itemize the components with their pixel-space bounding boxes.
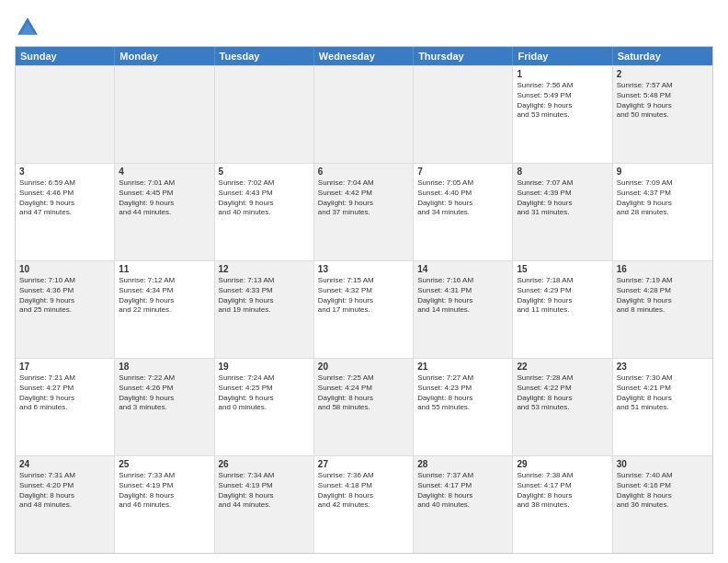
day-info: Sunrise: 7:16 AM Sunset: 4:31 PM Dayligh… xyxy=(417,276,508,316)
day-info: Sunrise: 7:10 AM Sunset: 4:36 PM Dayligh… xyxy=(19,276,110,316)
calendar-cell: 11Sunrise: 7:12 AM Sunset: 4:34 PM Dayli… xyxy=(115,261,214,358)
day-info: Sunrise: 7:34 AM Sunset: 4:19 PM Dayligh… xyxy=(219,471,310,511)
day-number: 21 xyxy=(417,362,508,372)
day-number: 22 xyxy=(517,362,608,372)
calendar-cell: 9Sunrise: 7:09 AM Sunset: 4:37 PM Daylig… xyxy=(613,164,712,260)
day-info: Sunrise: 7:15 AM Sunset: 4:32 PM Dayligh… xyxy=(318,276,409,316)
calendar-cell: 6Sunrise: 7:04 AM Sunset: 4:42 PM Daylig… xyxy=(314,164,414,260)
day-info: Sunrise: 7:07 AM Sunset: 4:39 PM Dayligh… xyxy=(517,178,608,218)
day-info: Sunrise: 7:18 AM Sunset: 4:29 PM Dayligh… xyxy=(517,276,608,316)
day-info: Sunrise: 7:05 AM Sunset: 4:40 PM Dayligh… xyxy=(417,178,508,218)
day-number: 20 xyxy=(318,362,409,372)
day-number: 12 xyxy=(219,264,310,274)
calendar-cell: 21Sunrise: 7:27 AM Sunset: 4:23 PM Dayli… xyxy=(414,359,513,455)
calendar-header: SundayMondayTuesdayWednesdayThursdayFrid… xyxy=(16,47,712,65)
day-number: 28 xyxy=(417,459,508,469)
weekday-header: Tuesday xyxy=(215,47,314,65)
day-info: Sunrise: 7:25 AM Sunset: 4:24 PM Dayligh… xyxy=(318,373,409,413)
day-info: Sunrise: 7:02 AM Sunset: 4:43 PM Dayligh… xyxy=(219,178,310,218)
day-info: Sunrise: 7:40 AM Sunset: 4:16 PM Dayligh… xyxy=(617,471,709,511)
calendar-cell: 29Sunrise: 7:38 AM Sunset: 4:17 PM Dayli… xyxy=(513,456,612,553)
calendar-cell: 15Sunrise: 7:18 AM Sunset: 4:29 PM Dayli… xyxy=(513,261,612,358)
day-number: 17 xyxy=(19,362,110,372)
day-info: Sunrise: 7:33 AM Sunset: 4:19 PM Dayligh… xyxy=(119,471,210,511)
day-info: Sunrise: 7:13 AM Sunset: 4:33 PM Dayligh… xyxy=(219,276,310,316)
day-number: 10 xyxy=(19,264,110,274)
day-number: 27 xyxy=(318,459,409,469)
day-info: Sunrise: 7:19 AM Sunset: 4:28 PM Dayligh… xyxy=(617,276,709,316)
day-number: 19 xyxy=(219,362,310,372)
day-info: Sunrise: 7:28 AM Sunset: 4:22 PM Dayligh… xyxy=(517,373,608,413)
calendar-cell: 7Sunrise: 7:05 AM Sunset: 4:40 PM Daylig… xyxy=(414,164,513,260)
day-number: 11 xyxy=(119,264,210,274)
calendar-cell: 24Sunrise: 7:31 AM Sunset: 4:20 PM Dayli… xyxy=(16,456,115,553)
day-number: 7 xyxy=(417,167,508,177)
weekday-header: Thursday xyxy=(414,47,513,65)
calendar-body: 1Sunrise: 7:56 AM Sunset: 5:49 PM Daylig… xyxy=(16,65,712,553)
calendar-cell: 14Sunrise: 7:16 AM Sunset: 4:31 PM Dayli… xyxy=(414,261,513,358)
calendar-row: 10Sunrise: 7:10 AM Sunset: 4:36 PM Dayli… xyxy=(16,260,712,358)
weekday-header: Wednesday xyxy=(314,47,414,65)
calendar-cell: 23Sunrise: 7:30 AM Sunset: 4:21 PM Dayli… xyxy=(613,359,712,455)
page: SundayMondayTuesdayWednesdayThursdayFrid… xyxy=(0,0,728,563)
calendar-cell: 16Sunrise: 7:19 AM Sunset: 4:28 PM Dayli… xyxy=(613,261,712,358)
day-number: 30 xyxy=(617,459,709,469)
day-info: Sunrise: 7:01 AM Sunset: 4:45 PM Dayligh… xyxy=(119,178,210,218)
calendar-cell xyxy=(115,66,214,163)
day-info: Sunrise: 7:09 AM Sunset: 4:37 PM Dayligh… xyxy=(617,178,709,218)
calendar-cell: 12Sunrise: 7:13 AM Sunset: 4:33 PM Dayli… xyxy=(215,261,314,358)
calendar-cell xyxy=(16,66,115,163)
weekday-header: Sunday xyxy=(16,47,115,65)
calendar-cell: 2Sunrise: 7:57 AM Sunset: 5:48 PM Daylig… xyxy=(613,66,712,163)
day-info: Sunrise: 7:38 AM Sunset: 4:17 PM Dayligh… xyxy=(517,471,608,511)
calendar-row: 24Sunrise: 7:31 AM Sunset: 4:20 PM Dayli… xyxy=(16,455,712,553)
calendar-cell: 4Sunrise: 7:01 AM Sunset: 4:45 PM Daylig… xyxy=(115,164,214,260)
calendar-cell: 3Sunrise: 6:59 AM Sunset: 4:46 PM Daylig… xyxy=(16,164,115,260)
calendar-cell: 20Sunrise: 7:25 AM Sunset: 4:24 PM Dayli… xyxy=(314,359,414,455)
calendar-row: 17Sunrise: 7:21 AM Sunset: 4:27 PM Dayli… xyxy=(16,358,712,455)
day-info: Sunrise: 7:30 AM Sunset: 4:21 PM Dayligh… xyxy=(617,373,709,413)
calendar-cell: 25Sunrise: 7:33 AM Sunset: 4:19 PM Dayli… xyxy=(115,456,214,553)
day-info: Sunrise: 7:27 AM Sunset: 4:23 PM Dayligh… xyxy=(417,373,508,413)
day-number: 4 xyxy=(119,167,210,177)
calendar-cell: 8Sunrise: 7:07 AM Sunset: 4:39 PM Daylig… xyxy=(513,164,612,260)
day-number: 18 xyxy=(119,362,210,372)
calendar-cell: 1Sunrise: 7:56 AM Sunset: 5:49 PM Daylig… xyxy=(513,66,612,163)
calendar-cell: 27Sunrise: 7:36 AM Sunset: 4:18 PM Dayli… xyxy=(314,456,414,553)
calendar-cell xyxy=(414,66,513,163)
calendar-row: 3Sunrise: 6:59 AM Sunset: 4:46 PM Daylig… xyxy=(16,163,712,260)
day-number: 6 xyxy=(318,167,409,177)
day-info: Sunrise: 7:04 AM Sunset: 4:42 PM Dayligh… xyxy=(318,178,409,218)
calendar-cell: 30Sunrise: 7:40 AM Sunset: 4:16 PM Dayli… xyxy=(613,456,712,553)
day-info: Sunrise: 7:56 AM Sunset: 5:49 PM Dayligh… xyxy=(517,81,608,121)
weekday-header: Friday xyxy=(513,47,612,65)
day-info: Sunrise: 7:12 AM Sunset: 4:34 PM Dayligh… xyxy=(119,276,210,316)
day-number: 13 xyxy=(318,264,409,274)
calendar-cell: 13Sunrise: 7:15 AM Sunset: 4:32 PM Dayli… xyxy=(314,261,414,358)
calendar-cell: 26Sunrise: 7:34 AM Sunset: 4:19 PM Dayli… xyxy=(215,456,314,553)
calendar-cell: 10Sunrise: 7:10 AM Sunset: 4:36 PM Dayli… xyxy=(16,261,115,358)
day-info: Sunrise: 6:59 AM Sunset: 4:46 PM Dayligh… xyxy=(19,178,110,218)
day-info: Sunrise: 7:37 AM Sunset: 4:17 PM Dayligh… xyxy=(417,471,508,511)
day-number: 3 xyxy=(19,167,110,177)
calendar-cell: 28Sunrise: 7:37 AM Sunset: 4:17 PM Dayli… xyxy=(414,456,513,553)
calendar-cell: 22Sunrise: 7:28 AM Sunset: 4:22 PM Dayli… xyxy=(513,359,612,455)
weekday-header: Monday xyxy=(115,47,214,65)
calendar-cell: 18Sunrise: 7:22 AM Sunset: 4:26 PM Dayli… xyxy=(115,359,214,455)
day-info: Sunrise: 7:21 AM Sunset: 4:27 PM Dayligh… xyxy=(19,373,110,413)
day-number: 5 xyxy=(219,167,310,177)
header xyxy=(15,15,713,40)
day-number: 26 xyxy=(219,459,310,469)
day-number: 25 xyxy=(119,459,210,469)
calendar: SundayMondayTuesdayWednesdayThursdayFrid… xyxy=(15,46,713,554)
day-number: 16 xyxy=(617,264,709,274)
day-info: Sunrise: 7:24 AM Sunset: 4:25 PM Dayligh… xyxy=(219,373,310,413)
day-number: 8 xyxy=(517,167,608,177)
calendar-cell: 19Sunrise: 7:24 AM Sunset: 4:25 PM Dayli… xyxy=(215,359,314,455)
day-info: Sunrise: 7:22 AM Sunset: 4:26 PM Dayligh… xyxy=(119,373,210,413)
logo-icon xyxy=(15,15,40,40)
logo xyxy=(15,15,44,40)
calendar-cell: 17Sunrise: 7:21 AM Sunset: 4:27 PM Dayli… xyxy=(16,359,115,455)
day-number: 23 xyxy=(617,362,709,372)
day-number: 14 xyxy=(417,264,508,274)
